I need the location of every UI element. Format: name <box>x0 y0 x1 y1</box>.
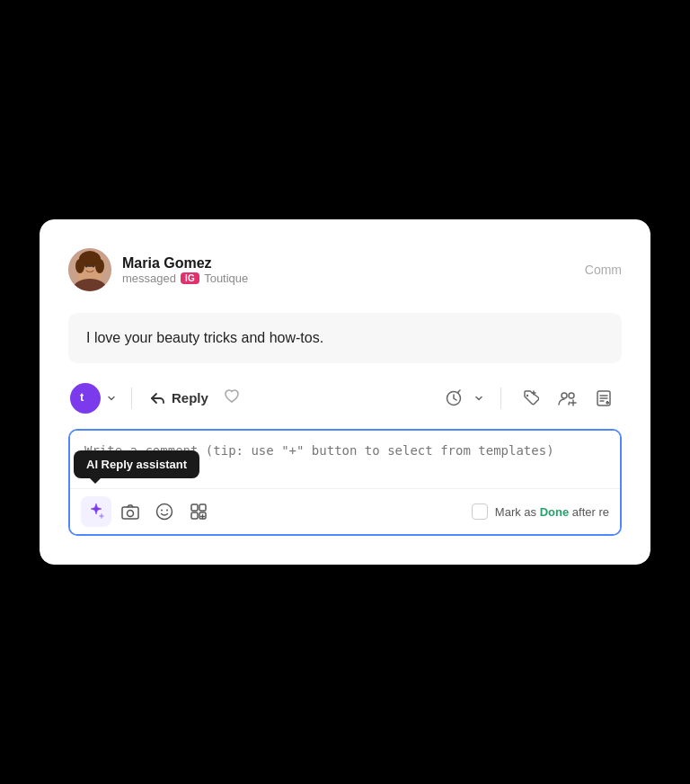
top-right-label: Comm <box>585 263 622 277</box>
reply-label: Reply <box>172 390 208 405</box>
comment-input[interactable] <box>70 431 620 485</box>
action-group-right <box>438 384 620 413</box>
camera-button[interactable] <box>115 496 146 527</box>
messaged-label: messaged <box>122 272 176 285</box>
divider <box>131 388 132 409</box>
ai-reply-button[interactable] <box>81 496 111 527</box>
svg-rect-24 <box>191 504 198 511</box>
ig-badge: IG <box>181 272 199 284</box>
action-bar: t Reply <box>68 381 622 414</box>
svg-point-14 <box>569 393 574 398</box>
comment-toolbar: AI Reply assistant <box>70 488 620 534</box>
snooze-group <box>438 384 488 413</box>
brand-dropdown-button[interactable] <box>102 389 120 407</box>
svg-point-6 <box>95 259 104 273</box>
notes-button[interactable] <box>588 384 620 413</box>
svg-point-8 <box>93 265 95 268</box>
message-text: I love your beauty tricks and how-tos. <box>86 330 323 345</box>
svg-point-23 <box>166 510 168 512</box>
mark-done-checkbox[interactable] <box>472 503 488 520</box>
svg-point-21 <box>157 504 172 520</box>
mark-done-label: Mark as Done after re <box>495 505 609 519</box>
user-subtext: messaged IG Toutique <box>122 272 248 285</box>
svg-point-22 <box>161 510 163 512</box>
user-name: Maria Gomez <box>122 255 248 272</box>
svg-text:t: t <box>80 390 84 404</box>
svg-point-7 <box>85 265 88 268</box>
mark-done-area: Mark as Done after re <box>472 503 609 520</box>
action-group-left: t Reply <box>70 381 246 414</box>
brand-button[interactable]: t <box>70 383 101 414</box>
done-label: Done <box>540 505 570 519</box>
svg-rect-25 <box>199 504 206 511</box>
avatar <box>68 248 111 291</box>
message-header: Maria Gomez messaged IG Toutique Comm <box>68 248 622 291</box>
comment-area: AI Reply assistant <box>68 429 622 536</box>
svg-rect-26 <box>191 512 198 519</box>
heart-button[interactable] <box>217 381 246 414</box>
template-button[interactable] <box>183 496 214 527</box>
svg-point-20 <box>128 511 134 517</box>
reply-button[interactable]: Reply <box>143 385 216 412</box>
svg-point-13 <box>562 393 567 398</box>
message-box: I love your beauty tricks and how-tos. <box>68 313 622 363</box>
brand-name: Toutique <box>204 272 248 285</box>
assign-button[interactable] <box>550 384 584 413</box>
snooze-button[interactable] <box>438 384 470 413</box>
brand-initial: t <box>78 389 93 406</box>
tag-button[interactable] <box>514 384 546 413</box>
svg-point-12 <box>526 394 528 396</box>
svg-point-5 <box>75 259 84 273</box>
snooze-dropdown-button[interactable] <box>470 389 488 407</box>
user-info: Maria Gomez messaged IG Toutique <box>122 255 248 285</box>
divider-right <box>500 388 501 409</box>
emoji-button[interactable] <box>149 496 180 527</box>
